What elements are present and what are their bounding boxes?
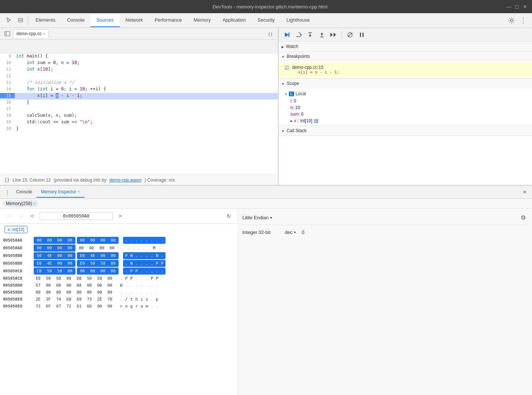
mem-byte[interactable]: 00 [64, 289, 73, 295]
mem-byte[interactable]: 00 [78, 268, 87, 274]
mem-byte[interactable]: 00 [98, 237, 107, 243]
mem-byte[interactable]: 00 [34, 289, 42, 295]
layers-icon[interactable] [15, 14, 26, 27]
close-memory-inspector-icon[interactable]: × [78, 190, 80, 194]
step-over-button[interactable] [293, 30, 304, 40]
mem-byte[interactable]: 00 [95, 303, 104, 309]
mem-byte[interactable]: 00 [109, 237, 118, 243]
mem-byte[interactable]: 2E [34, 296, 42, 302]
format-select[interactable]: dec ▾ [285, 230, 296, 235]
mem-byte[interactable]: D8 [75, 275, 83, 282]
mem-byte[interactable]: E0 [35, 260, 44, 267]
code-editor[interactable]: 9 int main() { 10 int sum = 0, n = 10; 1… [0, 53, 278, 175]
mem-byte[interactable]: 4E [45, 253, 54, 259]
resume-button[interactable] [282, 30, 292, 40]
source-file-tab[interactable]: demo-cpp.cc × [13, 29, 49, 38]
pause-on-exceptions-button[interactable] [357, 30, 367, 40]
step-button[interactable] [328, 30, 339, 40]
mem-byte[interactable]: 50 [44, 275, 53, 282]
page-prev-button[interactable]: < [28, 212, 37, 220]
mem-byte[interactable]: E0 [78, 253, 87, 259]
mem-byte[interactable]: 00 [44, 282, 53, 288]
mem-byte[interactable]: 00 [55, 260, 64, 267]
mem-byte[interactable]: 00 [66, 260, 74, 267]
mem-byte[interactable]: E0 [78, 260, 87, 267]
mem-byte[interactable]: 00 [105, 303, 114, 309]
mem-byte[interactable]: 00 [98, 268, 107, 274]
mem-byte[interactable]: 6F [44, 303, 53, 309]
history-back-button[interactable]: ← [4, 212, 13, 220]
step-out-button[interactable] [317, 30, 327, 40]
refresh-button[interactable]: ↻ [224, 212, 233, 220]
mem-byte[interactable]: 73 [85, 296, 94, 302]
mem-byte[interactable]: 00 [66, 253, 74, 259]
close-memory-tab-icon[interactable]: × [33, 202, 36, 206]
mem-byte[interactable]: 50 [55, 268, 64, 274]
scope-header[interactable]: Scope [279, 79, 532, 88]
mem-byte[interactable]: 00 [105, 282, 114, 288]
restore-button[interactable]: ◻ [514, 4, 520, 9]
tab-console[interactable]: Console [61, 14, 90, 27]
mem-byte[interactable]: 00 [54, 282, 63, 288]
callstack-header[interactable]: Call Stack [279, 126, 532, 135]
mem-byte[interactable]: 61 [75, 303, 83, 309]
mem-byte[interactable]: 50 [45, 268, 54, 274]
history-forward-button[interactable]: → [16, 212, 25, 220]
mem-byte[interactable]: 4D [87, 245, 96, 251]
tab-security[interactable]: Security [252, 14, 280, 27]
mem-byte[interactable]: 00 [109, 268, 118, 274]
mem-byte[interactable]: 00 [85, 289, 94, 295]
mem-byte[interactable]: 80 [77, 245, 86, 251]
mem-byte[interactable]: 00 [98, 253, 107, 259]
step-into-button[interactable] [305, 30, 315, 40]
more-options-icon[interactable]: ⋮ [517, 14, 529, 27]
mem-byte[interactable]: 00 [35, 245, 44, 251]
mem-byte[interactable]: 00 [55, 245, 64, 251]
mem-byte[interactable]: 00 [44, 289, 53, 295]
mem-byte[interactable]: 74 [54, 296, 63, 302]
mem-byte[interactable]: 00 [95, 282, 104, 288]
mem-byte[interactable]: 00 [64, 282, 73, 288]
mem-byte[interactable]: 50 [54, 275, 63, 282]
mem-byte[interactable]: 67 [54, 303, 63, 309]
tab-lighthouse[interactable]: Lighthouse [280, 14, 316, 27]
tab-memory[interactable]: Memory [188, 14, 217, 27]
page-next-button[interactable]: > [116, 212, 124, 220]
mem-byte[interactable]: 00 [78, 237, 87, 243]
settings-icon[interactable] [506, 14, 517, 27]
wasm-link[interactable]: demo-cpp.wasm [109, 178, 142, 183]
close-file-icon[interactable]: × [43, 32, 45, 36]
mem-byte[interactable]: 00 [109, 260, 118, 267]
bottom-menu-icon[interactable]: ⋮ [3, 187, 12, 198]
mem-byte[interactable]: 00 [95, 289, 104, 295]
mem-byte[interactable]: 00 [55, 237, 64, 243]
endian-select[interactable]: Little Endian ▾ [242, 215, 272, 220]
mem-byte[interactable]: 50 [85, 275, 94, 282]
mem-byte[interactable]: 00 [109, 253, 118, 259]
mem-byte[interactable]: 50 [35, 253, 44, 259]
mem-byte[interactable]: 00 [45, 237, 54, 243]
mem-byte[interactable]: E0 [34, 275, 42, 282]
deactivate-breakpoints-button[interactable] [345, 30, 355, 40]
mem-byte[interactable]: 4E [45, 260, 54, 267]
mem-byte[interactable]: 00 [35, 237, 44, 243]
pretty-print-button[interactable]: {} [266, 29, 275, 38]
tab-network[interactable]: Network [120, 14, 149, 27]
tab-console-bottom[interactable]: Console [12, 187, 37, 198]
mem-byte[interactable]: 72 [34, 303, 42, 309]
tab-performance[interactable]: Performance [149, 14, 187, 27]
breakpoints-header[interactable]: Breakpoints [279, 52, 532, 61]
mem-byte[interactable]: 00 [85, 282, 94, 288]
toggle-sidebar-button[interactable] [3, 29, 12, 38]
memory-icon[interactable]: 🔢 [314, 119, 318, 123]
address-input[interactable] [40, 212, 113, 220]
memory-grid[interactable]: 005050A00000000000000000........005050A8… [0, 235, 238, 395]
mem-byte[interactable]: 00 [97, 245, 106, 251]
mem-byte[interactable]: 4E [88, 253, 97, 259]
mem-byte[interactable]: 2E [95, 296, 104, 302]
cursor-icon[interactable] [3, 14, 15, 27]
mem-byte[interactable]: 00 [75, 289, 83, 295]
memory-settings-button[interactable]: ⚙ [519, 213, 528, 222]
minimize-button[interactable]: — [506, 4, 511, 9]
tab-memory-inspector[interactable]: Memory Inspector × [37, 187, 84, 198]
